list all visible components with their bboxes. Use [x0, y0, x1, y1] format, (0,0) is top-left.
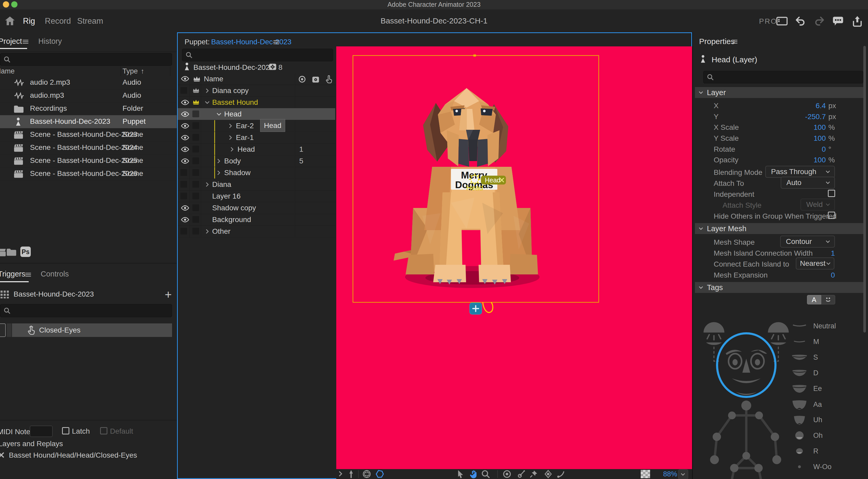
project-col-type[interactable]: Type	[123, 67, 138, 75]
add-handle-button[interactable]	[470, 303, 482, 314]
zoom-tool-icon[interactable]	[481, 470, 490, 478]
eye-icon[interactable]	[181, 205, 189, 211]
chevron-right-icon[interactable]	[217, 158, 220, 164]
chevron-right-icon[interactable]	[217, 170, 220, 175]
tree-row-label[interactable]: Ear-1	[236, 133, 254, 142]
prop-opacity-value[interactable]: 100	[779, 156, 826, 164]
viseme-d[interactable]: D	[790, 365, 863, 381]
independent-checkbox[interactable]	[828, 190, 835, 197]
connect-island-select[interactable]: Nearest	[796, 257, 834, 269]
properties-search-input[interactable]	[703, 71, 863, 84]
tree-row-diana-copy[interactable]: Diana copy	[178, 85, 335, 97]
new-scene-icon[interactable]	[0, 248, 7, 257]
project-row-recordings[interactable]: Recordings Folder	[0, 102, 177, 116]
viseme-aa[interactable]: Aa	[790, 397, 863, 412]
zoom-level[interactable]: 88%	[663, 470, 677, 478]
tree-row-label[interactable]: Body	[224, 157, 241, 165]
behavior-column-icon[interactable]	[312, 75, 319, 83]
default-checkbox[interactable]	[100, 427, 107, 435]
timeline-panel-icon[interactable]	[776, 17, 788, 26]
trigger-item-closed-eyes[interactable]: Closed-Eyes	[12, 323, 172, 337]
viseme-woo[interactable]: W-Oo	[790, 459, 863, 475]
chevron-down-icon[interactable]	[216, 112, 222, 116]
tree-row-shadow[interactable]: Shadow	[178, 167, 335, 179]
head-tag[interactable]: Head	[481, 175, 506, 185]
add-trigger-button[interactable]: +	[165, 287, 172, 301]
transparency-grid-icon[interactable]	[641, 470, 650, 478]
project-list-header[interactable]: Name Type ↑	[0, 67, 177, 76]
properties-panel-menu-icon[interactable]	[732, 39, 738, 44]
viseme-ee[interactable]: Ee	[790, 381, 863, 396]
chevron-right-icon[interactable]	[228, 123, 232, 128]
eye-icon[interactable]	[181, 123, 189, 129]
zoom-dropdown-button[interactable]	[678, 469, 688, 479]
viseme-s[interactable]: S	[790, 349, 863, 365]
mesh-tool-icon[interactable]	[362, 470, 371, 478]
prop-xscale-value[interactable]: 100	[779, 123, 826, 132]
tags-face-toggle[interactable]	[821, 295, 835, 305]
new-folder-icon[interactable]	[6, 248, 17, 256]
tree-row-label[interactable]: Ear-2	[236, 122, 254, 130]
project-panel-menu-icon[interactable]	[23, 39, 29, 44]
project-row-name[interactable]: Scene - Basset-Hound-Dec-2024	[30, 143, 137, 152]
eye-icon[interactable]	[181, 158, 189, 164]
crown-column-icon[interactable]	[193, 75, 201, 82]
eye-icon[interactable]	[181, 147, 189, 152]
remove-replay-icon[interactable]	[0, 452, 5, 458]
puppet-search-input[interactable]	[182, 49, 333, 61]
tree-row-head-child[interactable]: Head 1	[178, 143, 335, 155]
section-layer[interactable]: Layer	[695, 87, 866, 98]
draggable-tool-icon[interactable]	[557, 470, 566, 478]
tree-row-label[interactable]: Other	[212, 227, 230, 235]
tree-row-layer16[interactable]: Layer 16	[178, 190, 335, 202]
tree-row-label[interactable]: Background	[212, 216, 251, 224]
eye-icon[interactable]	[181, 100, 189, 105]
stick-tool-icon[interactable]	[347, 470, 355, 478]
trigger-column-icon[interactable]	[325, 75, 333, 84]
tree-row-shadow-copy[interactable]: Shadow copy	[178, 202, 335, 214]
visibility-column-icon[interactable]	[181, 76, 189, 82]
eye-icon[interactable]	[181, 217, 189, 223]
dangle-tool-icon[interactable]	[544, 470, 553, 478]
eye-icon[interactable]	[181, 111, 189, 117]
behavior-badge-icon[interactable]	[269, 62, 277, 71]
tree-row-label[interactable]: Head	[224, 110, 242, 118]
tab-project[interactable]: Project	[0, 37, 22, 45]
eye-icon[interactable]	[181, 135, 189, 140]
chevron-right-icon[interactable]	[206, 229, 209, 234]
photoshop-import-icon[interactable]: Ps	[20, 247, 31, 257]
chevron-down-icon[interactable]	[205, 101, 210, 104]
project-row-name[interactable]: Scene - Basset-Hound-Dec-2026	[30, 169, 137, 178]
prop-rotate-value[interactable]: 0	[779, 145, 826, 154]
tab-triggers[interactable]: Triggers	[0, 270, 25, 278]
share-export-icon[interactable]	[852, 15, 863, 27]
project-row-scene3[interactable]: Scene - Basset-Hound-Dec-2025 Scene	[0, 154, 177, 167]
project-row-name[interactable]: audio.mp3	[30, 91, 64, 100]
undo-icon[interactable]	[795, 16, 806, 26]
pin-tool-icon[interactable]	[529, 470, 538, 478]
origin-tool-icon[interactable]	[502, 470, 512, 478]
tree-row-label[interactable]: Shadow	[224, 169, 250, 177]
project-row-scene4[interactable]: Scene - Basset-Hound-Dec-2026 Scene	[0, 167, 177, 181]
prop-y-value[interactable]: -250.7	[779, 113, 826, 121]
trigger-key-box[interactable]	[0, 323, 6, 337]
tree-row-label[interactable]: Basset Hound	[212, 98, 258, 106]
tree-row-ear2[interactable]: Ear-2	[178, 120, 335, 132]
triggers-search-input[interactable]	[0, 304, 172, 317]
project-row-puppet[interactable]: Basset-Hound-Dec-2023 Puppet	[0, 115, 177, 128]
tree-row-diana[interactable]: Diana	[178, 179, 335, 191]
viseme-oh[interactable]: Oh	[790, 428, 863, 443]
chevron-right-icon[interactable]	[206, 88, 209, 93]
project-row-name[interactable]: Scene - Basset-Hound-Dec-2023	[30, 130, 137, 139]
project-row-audio2[interactable]: audio 2.mp3 Audio	[0, 76, 177, 89]
attach-to-select[interactable]: Auto	[781, 177, 835, 189]
puppet-panel-menu-icon[interactable]	[273, 40, 279, 44]
body-tag-skeleton[interactable]	[710, 401, 781, 479]
tree-row-head-selected[interactable]: Head	[178, 108, 335, 120]
tab-history[interactable]: History	[38, 37, 62, 45]
project-col-name[interactable]: Name	[0, 67, 14, 75]
select-tool-icon[interactable]	[457, 470, 465, 478]
properties-scrollbar[interactable]	[863, 46, 866, 332]
project-row-scene1[interactable]: Scene - Basset-Hound-Dec-2023 Scene	[0, 128, 177, 141]
chevron-right-icon[interactable]	[206, 182, 209, 187]
